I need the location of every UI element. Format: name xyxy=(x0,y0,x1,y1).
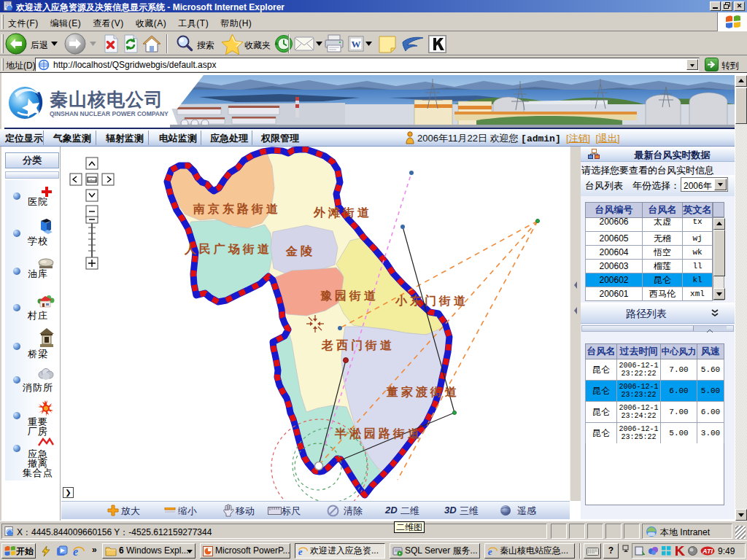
svg-text:南京东路街道: 南京东路街道 xyxy=(193,202,281,215)
svg-text:半淞园路街道: 半淞园路街道 xyxy=(334,427,422,440)
svg-text:董家渡街道: 董家渡街道 xyxy=(386,385,460,398)
svg-text:小东门街道: 小东门街道 xyxy=(395,294,468,307)
svg-text:金陵: 金陵 xyxy=(285,244,315,257)
svg-text:老西门街道: 老西门街道 xyxy=(321,338,395,351)
svg-text:豫园街道: 豫园街道 xyxy=(320,289,379,302)
svg-text:外滩街道: 外滩街道 xyxy=(313,206,372,219)
svg-text:W: W xyxy=(352,39,361,50)
svg-text:人民广场街道: 人民广场街道 xyxy=(184,242,272,255)
svg-text:ATI: ATI xyxy=(702,548,713,555)
